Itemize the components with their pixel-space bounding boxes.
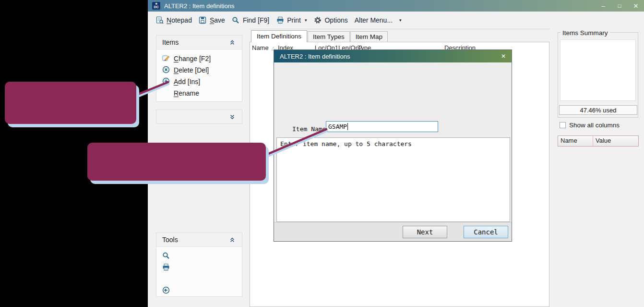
- item-name-input[interactable]: GSAMP: [326, 121, 438, 132]
- advanced-panel: [156, 110, 242, 124]
- tools-export-item[interactable]: [156, 273, 242, 284]
- close-button[interactable]: ✕: [632, 2, 640, 10]
- window-titlebar: ✳ DC ALTER2 : Item definitions – □ ✕: [148, 0, 644, 12]
- item-name-value: GSAMP: [328, 123, 347, 130]
- blank-icon: [162, 275, 170, 283]
- items-summary-title: Items Summary: [561, 29, 610, 37]
- exit-icon: [162, 286, 170, 295]
- delete-label: Delete [Del]: [174, 66, 209, 74]
- tab-item-definitions[interactable]: Item Definitions: [251, 30, 307, 42]
- detail-header-row: Name Value: [558, 136, 638, 146]
- search-icon: [162, 252, 170, 260]
- delete-icon: [162, 66, 170, 74]
- change-item[interactable]: Change [F2]: [156, 52, 242, 64]
- blank-icon: [162, 89, 170, 97]
- find-button[interactable]: Find [F9]: [229, 14, 273, 26]
- notepad-button[interactable]: Notepad: [153, 14, 196, 26]
- chevron-double-up-icon[interactable]: [228, 236, 236, 244]
- dialog-title: ALTER2 : Item definitions: [280, 53, 350, 60]
- show-all-columns-label: Show all columns: [569, 122, 620, 129]
- tab-strip: Item Definitions Item Types Item Map: [251, 31, 388, 42]
- callout-enter-info: [87, 143, 266, 181]
- add-label: Add [Ins]: [174, 77, 200, 86]
- dialog-button-bar: Next Cancel: [274, 222, 512, 241]
- maximize-button[interactable]: □: [615, 3, 624, 9]
- add-item[interactable]: Add [Ins]: [156, 75, 242, 87]
- chevron-down-icon[interactable]: ▾: [399, 18, 402, 23]
- rename-item[interactable]: Rename: [156, 87, 242, 98]
- delete-item[interactable]: Delete [Del]: [156, 64, 242, 75]
- options-label: Options: [324, 16, 347, 24]
- tools-panel-title: Tools: [162, 236, 178, 244]
- tools-exit-item[interactable]: [156, 284, 242, 296]
- item-name-label: Item Name: [292, 125, 326, 133]
- printer-icon: [162, 263, 170, 271]
- alter-menu-label: Alter Menu...: [355, 16, 393, 24]
- gear-icon: [313, 16, 322, 24]
- printer-icon: [276, 16, 284, 24]
- toolbar: Notepad Save Find [F9] Print ▾ Options: [148, 12, 644, 28]
- change-label: Change [F2]: [174, 54, 211, 62]
- app-icon-text: DC: [154, 5, 158, 9]
- edit-icon: [162, 54, 170, 62]
- show-all-columns-row: Show all columns: [560, 122, 620, 129]
- items-panel-title: Items: [162, 38, 179, 46]
- detail-column-name[interactable]: Name: [558, 136, 593, 146]
- chevron-double-down-icon[interactable]: [228, 113, 236, 121]
- hint-text-area: Enter item name, up to 5 characters: [276, 137, 510, 222]
- usage-progress-label: 47.46% used: [560, 107, 637, 114]
- screenshot-canvas: ✳ DC ALTER2 : Item definitions – □ ✕ Not…: [0, 0, 644, 307]
- save-icon: [199, 16, 207, 24]
- search-icon: [232, 16, 240, 24]
- show-all-columns-checkbox[interactable]: [560, 122, 566, 128]
- chevron-down-icon[interactable]: ▾: [305, 18, 307, 23]
- usage-progressbar: 47.46% used: [559, 105, 637, 115]
- item-detail-table: Name Value: [558, 135, 639, 147]
- tab-item-types[interactable]: Item Types: [308, 31, 350, 42]
- window-title: ALTER2 : Item definitions: [164, 2, 234, 10]
- dialog-close-icon[interactable]: ✕: [501, 53, 506, 60]
- save-button[interactable]: Save: [196, 14, 229, 26]
- add-icon: [162, 77, 170, 86]
- items-summary-list: [560, 39, 636, 101]
- text-cursor: [347, 123, 348, 130]
- chevron-double-up-icon[interactable]: [228, 38, 236, 47]
- save-label: Save: [210, 16, 225, 24]
- print-button[interactable]: Print ▾: [273, 14, 310, 26]
- callout-click-add: [5, 82, 136, 124]
- minimize-button[interactable]: –: [599, 2, 608, 10]
- print-label: Print: [287, 16, 301, 24]
- app-icon: ✳ DC: [152, 2, 160, 10]
- items-panel: Items Change [F2] Delete [Del]: [156, 35, 242, 102]
- advanced-panel-header[interactable]: [156, 110, 242, 123]
- item-definition-dialog: ALTER2 : Item definitions ✕ Item Name GS…: [274, 49, 512, 242]
- tools-find-item[interactable]: [156, 250, 242, 261]
- detail-column-value[interactable]: Value: [593, 136, 638, 146]
- next-button[interactable]: Next: [403, 226, 447, 238]
- items-panel-header[interactable]: Items: [156, 36, 242, 49]
- tools-print-item[interactable]: [156, 261, 242, 273]
- find-label: Find [F9]: [243, 16, 269, 24]
- rename-label: Rename: [174, 89, 199, 97]
- notepad-icon: [155, 16, 164, 24]
- options-button[interactable]: Options: [310, 14, 351, 26]
- dialog-titlebar: ALTER2 : Item definitions ✕: [274, 50, 512, 62]
- notepad-label: Notepad: [167, 16, 192, 24]
- tools-panel-header[interactable]: Tools: [156, 233, 242, 247]
- alter-menu-button[interactable]: Alter Menu... ▾: [352, 14, 405, 26]
- tab-item-map[interactable]: Item Map: [350, 31, 388, 42]
- cancel-button[interactable]: Cancel: [464, 226, 508, 238]
- tools-panel: Tools: [156, 233, 242, 297]
